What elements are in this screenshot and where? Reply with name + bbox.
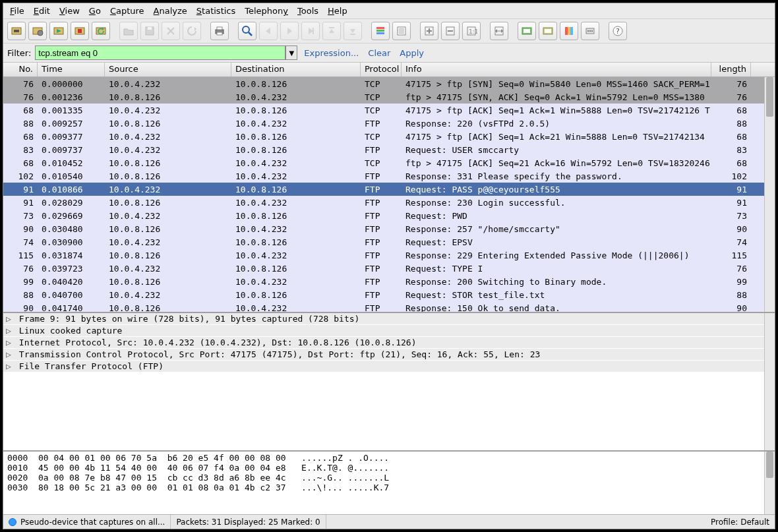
- header-source[interactable]: Source: [105, 63, 231, 76]
- capture-filters-icon[interactable]: [518, 22, 536, 40]
- detail-line[interactable]: ▷ File Transfer Protocol (FTP): [3, 361, 775, 372]
- reload-icon[interactable]: [183, 22, 201, 40]
- menu-help[interactable]: Help: [324, 5, 351, 17]
- header-info[interactable]: Info: [402, 63, 711, 76]
- capture-restart-icon[interactable]: [92, 22, 110, 40]
- save-icon[interactable]: [140, 22, 159, 40]
- go-to-packet-icon[interactable]: [301, 22, 320, 40]
- svg-text:?: ?: [616, 27, 620, 36]
- expert-info-icon[interactable]: [9, 518, 16, 526]
- go-last-icon[interactable]: [344, 22, 362, 40]
- capture-start-icon[interactable]: [49, 22, 68, 40]
- packet-row[interactable]: 910.02802910.0.8.12610.0.4.232FTPRespons…: [3, 196, 775, 209]
- menu-capture[interactable]: Capture: [106, 5, 148, 17]
- go-first-icon[interactable]: [322, 22, 341, 40]
- clear-button[interactable]: Clear: [365, 48, 393, 58]
- cell-proto: FTP: [361, 264, 402, 274]
- expand-icon[interactable]: ▷: [6, 326, 14, 336]
- filter-input[interactable]: [35, 45, 285, 60]
- cell-proto: FTP: [361, 198, 402, 208]
- cell-time: 0.040700: [38, 290, 105, 300]
- packet-row[interactable]: 830.00973710.0.4.23210.0.8.126FTPRequest…: [3, 143, 775, 156]
- capture-stop-icon[interactable]: [71, 22, 89, 40]
- header-no[interactable]: No.: [3, 63, 38, 76]
- zoom-reset-icon[interactable]: 1:1: [462, 22, 481, 40]
- header-destination[interactable]: Destination: [231, 63, 361, 76]
- packet-row[interactable]: 1020.01054010.0.8.12610.0.4.232FTPRespon…: [3, 169, 775, 183]
- print-icon[interactable]: [210, 22, 229, 40]
- svg-marker-22: [309, 28, 313, 34]
- detail-line[interactable]: ▷ Linux cooked capture: [3, 325, 775, 337]
- cell-info: Response: 257 "/home/smccarty": [402, 224, 711, 234]
- packet-row[interactable]: 880.04070010.0.4.23210.0.8.126FTPRequest…: [3, 288, 775, 301]
- preferences-icon[interactable]: [581, 22, 599, 40]
- zoom-in-icon[interactable]: [420, 22, 438, 40]
- packet-row[interactable]: 730.02966910.0.4.23210.0.8.126FTPRequest…: [3, 209, 775, 222]
- zoom-out-icon[interactable]: [441, 22, 460, 40]
- packet-row[interactable]: 740.03090010.0.4.23210.0.8.126FTPRequest…: [3, 235, 775, 249]
- header-time[interactable]: Time: [38, 63, 105, 76]
- details-scrollbar[interactable]: [764, 313, 775, 450]
- packet-row[interactable]: 1150.03187410.0.8.12610.0.4.232FTPRespon…: [3, 249, 775, 262]
- menu-edit[interactable]: Edit: [30, 5, 54, 17]
- menu-go[interactable]: Go: [85, 5, 105, 17]
- cell-dst: 10.0.8.126: [231, 79, 361, 89]
- cell-dst: 10.0.4.232: [231, 198, 361, 208]
- packet-row[interactable]: 680.00133510.0.4.23210.0.8.126TCP47175 >…: [3, 103, 775, 117]
- apply-button[interactable]: Apply: [397, 48, 427, 58]
- menu-analyze[interactable]: Analyze: [150, 5, 191, 17]
- go-back-icon[interactable]: [259, 22, 278, 40]
- hex-scrollbar[interactable]: [764, 452, 775, 514]
- display-filters-icon[interactable]: [539, 22, 557, 40]
- auto-scroll-icon[interactable]: [392, 22, 411, 40]
- expand-icon[interactable]: ▷: [6, 361, 14, 371]
- header-protocol[interactable]: Protocol: [361, 63, 402, 76]
- packet-row[interactable]: 680.00937710.0.4.23210.0.8.126TCP47175 >…: [3, 130, 775, 143]
- packet-row[interactable]: 880.00925710.0.8.12610.0.4.232FTPRespons…: [3, 117, 775, 130]
- packet-row[interactable]: 760.00000010.0.4.23210.0.8.126TCP47175 >…: [3, 77, 775, 90]
- expand-icon[interactable]: ▷: [6, 338, 14, 347]
- detail-line[interactable]: ▷ Frame 9: 91 bytes on wire (728 bits), …: [3, 313, 775, 325]
- resize-columns-icon[interactable]: [490, 22, 508, 40]
- close-icon[interactable]: [162, 22, 180, 40]
- help-icon[interactable]: ?: [609, 22, 627, 40]
- expression-button[interactable]: Expression...: [301, 48, 361, 58]
- interfaces-icon[interactable]: [7, 22, 26, 40]
- menu-file[interactable]: File: [6, 5, 28, 17]
- colorize-icon[interactable]: [371, 22, 390, 40]
- menu-view[interactable]: View: [55, 5, 84, 17]
- packet-row[interactable]: 900.03048010.0.8.12610.0.4.232FTPRespons…: [3, 222, 775, 235]
- packet-row[interactable]: 760.00123610.0.8.12610.0.4.232TCPftp > 4…: [3, 90, 775, 103]
- find-icon[interactable]: [238, 22, 256, 40]
- go-forward-icon[interactable]: [280, 22, 299, 40]
- expand-icon[interactable]: ▷: [6, 314, 14, 324]
- cell-dst: 10.0.4.232: [231, 303, 361, 312]
- packet-row[interactable]: 680.01045210.0.8.12610.0.4.232TCPftp > 4…: [3, 156, 775, 169]
- cell-no: 91: [3, 198, 38, 208]
- packet-row[interactable]: 990.04042010.0.8.12610.0.4.232FTPRespons…: [3, 275, 775, 288]
- menu-tools[interactable]: Tools: [293, 5, 322, 17]
- menu-statistics[interactable]: Statistics: [193, 5, 239, 17]
- packet-bytes-pane[interactable]: 0000 00 04 00 01 00 06 70 5a b6 20 e5 4f…: [3, 452, 775, 514]
- expand-icon[interactable]: ▷: [6, 349, 14, 359]
- cell-src: 10.0.8.126: [105, 251, 231, 260]
- capture-options-icon[interactable]: [28, 22, 47, 40]
- cell-len: 76: [711, 264, 751, 274]
- detail-line[interactable]: ▷ Transmission Control Protocol, Src Por…: [3, 349, 775, 361]
- svg-marker-21: [287, 28, 292, 34]
- cell-len: 99: [711, 277, 751, 287]
- cell-src: 10.0.8.126: [105, 92, 231, 102]
- packet-scrollbar[interactable]: [764, 77, 775, 312]
- open-icon[interactable]: [119, 22, 138, 40]
- status-profile[interactable]: Profile: Default: [705, 515, 775, 529]
- packet-row[interactable]: 900.04174010.0.8.12610.0.4.232FTPRespons…: [3, 301, 775, 312]
- packet-row[interactable]: 910.01086610.0.4.23210.0.8.126FTPRequest…: [3, 183, 775, 196]
- packet-row[interactable]: 760.03972310.0.4.23210.0.8.126FTPRequest…: [3, 262, 775, 275]
- coloring-rules-icon[interactable]: [560, 22, 578, 40]
- menu-telephony[interactable]: Telephony: [241, 5, 292, 17]
- packet-rows[interactable]: 760.00000010.0.4.23210.0.8.126TCP47175 >…: [3, 77, 775, 312]
- header-length[interactable]: length: [711, 63, 751, 76]
- detail-line[interactable]: ▷ Internet Protocol, Src: 10.0.4.232 (10…: [3, 337, 775, 349]
- cell-time: 0.040420: [38, 277, 105, 287]
- filter-dropdown-icon[interactable]: ▼: [285, 45, 297, 60]
